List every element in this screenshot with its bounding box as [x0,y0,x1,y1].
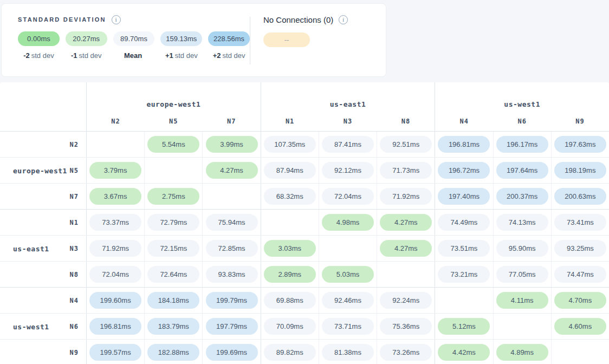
latency-cell[interactable]: 89.82ms [261,340,319,364]
latency-cell[interactable] [203,184,261,209]
latency-cell[interactable] [494,314,552,339]
latency-cell[interactable]: 2.89ms [261,262,319,287]
latency-cell[interactable] [87,132,145,157]
latency-cell[interactable]: 196.81ms [435,132,493,157]
latency-cell[interactable]: 197.40ms [435,184,493,209]
latency-cell[interactable]: 72.79ms [145,210,203,235]
info-icon[interactable] [112,15,121,24]
latency-pill: 72.04ms [322,188,374,205]
latency-cell[interactable]: 74.49ms [435,210,493,235]
latency-cell[interactable]: 92.12ms [319,158,377,183]
latency-cell[interactable]: 93.25ms [552,236,609,261]
latency-cell[interactable]: 69.88ms [261,288,319,313]
latency-cell[interactable]: 182.88ms [145,340,203,364]
latency-pill: 199.60ms [89,292,141,309]
latency-cell[interactable] [435,288,493,313]
latency-cell[interactable]: 199.79ms [203,288,261,313]
latency-cell[interactable]: 71.92ms [87,236,145,261]
latency-cell[interactable]: 196.72ms [435,158,493,183]
latency-cell[interactable]: 107.35ms [261,132,319,157]
row-node-label: N4 [0,288,87,313]
latency-cell[interactable]: 72.04ms [87,262,145,287]
latency-cell[interactable]: 72.85ms [203,236,261,261]
latency-pill: 184.18ms [147,292,199,309]
latency-cell[interactable]: 183.79ms [145,314,203,339]
latency-pill: 3.67ms [89,188,141,205]
latency-cell[interactable]: 73.51ms [435,236,493,261]
latency-cell[interactable]: 95.90ms [494,236,552,261]
latency-cell[interactable]: 4.11ms [494,288,552,313]
latency-cell[interactable]: 4.27ms [377,210,435,235]
latency-cell[interactable]: 4.70ms [552,288,609,313]
latency-cell[interactable]: 92.24ms [377,288,435,313]
latency-cell[interactable]: 75.36ms [377,314,435,339]
latency-cell[interactable]: 73.37ms [87,210,145,235]
latency-pill: 73.51ms [438,240,490,257]
latency-matrix: europe-west1 N2 N5 N7 us-east1 N1 N3 N8 … [0,82,609,364]
latency-cell[interactable]: 196.17ms [494,132,552,157]
latency-pill: 107.35ms [264,136,316,153]
matrix-row: N5 3.79ms 4.27ms 87.94ms 92.12ms 71.73ms… [0,157,609,183]
latency-cell[interactable]: 75.94ms [203,210,261,235]
latency-pill: 3.03ms [264,240,316,257]
latency-cell[interactable]: 4.42ms [435,340,493,364]
latency-cell[interactable]: 4.27ms [203,158,261,183]
latency-pill: 199.57ms [89,344,141,361]
latency-cell[interactable]: 72.64ms [145,262,203,287]
no-connections-legend: No Connections (0) -- [250,4,386,76]
latency-cell[interactable]: 71.92ms [377,184,435,209]
latency-cell[interactable]: 5.54ms [145,132,203,157]
latency-cell[interactable]: 196.81ms [87,314,145,339]
latency-cell[interactable]: 72.04ms [319,184,377,209]
latency-cell[interactable] [145,158,203,183]
latency-cell[interactable]: 199.57ms [87,340,145,364]
latency-cell[interactable]: 93.83ms [203,262,261,287]
latency-cell[interactable]: 74.13ms [494,210,552,235]
latency-cell[interactable]: 198.19ms [552,158,609,183]
latency-cell[interactable]: 74.47ms [552,262,609,287]
latency-cell[interactable]: 197.64ms [494,158,552,183]
latency-pill: 183.79ms [147,318,199,335]
latency-cell[interactable]: 87.94ms [261,158,319,183]
latency-cell[interactable]: 4.27ms [377,236,435,261]
latency-cell[interactable]: 3.99ms [203,132,261,157]
latency-cell[interactable] [377,262,435,287]
latency-cell[interactable]: 70.09ms [261,314,319,339]
latency-cell[interactable]: 184.18ms [145,288,203,313]
latency-cell[interactable]: 73.21ms [435,262,493,287]
latency-cell[interactable]: 200.37ms [494,184,552,209]
latency-cell[interactable] [552,340,609,364]
latency-cell[interactable]: 77.05ms [494,262,552,287]
latency-cell[interactable]: 72.15ms [145,236,203,261]
latency-cell[interactable]: 73.71ms [319,314,377,339]
latency-cell[interactable] [319,236,377,261]
matrix-row: N6 196.81ms 183.79ms 197.79ms 70.09ms 73… [0,313,609,339]
latency-cell[interactable]: 4.60ms [552,314,609,339]
info-icon[interactable] [339,15,348,24]
latency-cell[interactable]: 73.41ms [552,210,609,235]
latency-cell[interactable]: 197.63ms [552,132,609,157]
latency-cell[interactable]: 197.79ms [203,314,261,339]
latency-cell[interactable]: 87.41ms [319,132,377,157]
latency-cell[interactable]: 3.03ms [261,236,319,261]
latency-cell[interactable]: 68.32ms [261,184,319,209]
latency-cell[interactable]: 3.79ms [87,158,145,183]
latency-cell[interactable]: 73.26ms [377,340,435,364]
column-group-europe-west1: europe-west1 N2 N5 N7 [87,82,261,131]
latency-cell[interactable]: 5.12ms [435,314,493,339]
row-region-label: us-east1 [13,244,49,252]
latency-cell[interactable]: 199.60ms [87,288,145,313]
latency-cell[interactable]: 200.63ms [552,184,609,209]
latency-cell[interactable]: 199.69ms [203,340,261,364]
latency-pill: 197.63ms [554,136,606,153]
latency-cell[interactable]: 5.03ms [319,262,377,287]
latency-cell[interactable]: 3.67ms [87,184,145,209]
latency-cell[interactable]: 71.73ms [377,158,435,183]
latency-cell[interactable] [261,210,319,235]
latency-cell[interactable]: 2.75ms [145,184,203,209]
latency-cell[interactable]: 4.98ms [319,210,377,235]
latency-cell[interactable]: 92.46ms [319,288,377,313]
latency-cell[interactable]: 92.51ms [377,132,435,157]
latency-cell[interactable]: 4.89ms [494,340,552,364]
latency-cell[interactable]: 81.38ms [319,340,377,364]
